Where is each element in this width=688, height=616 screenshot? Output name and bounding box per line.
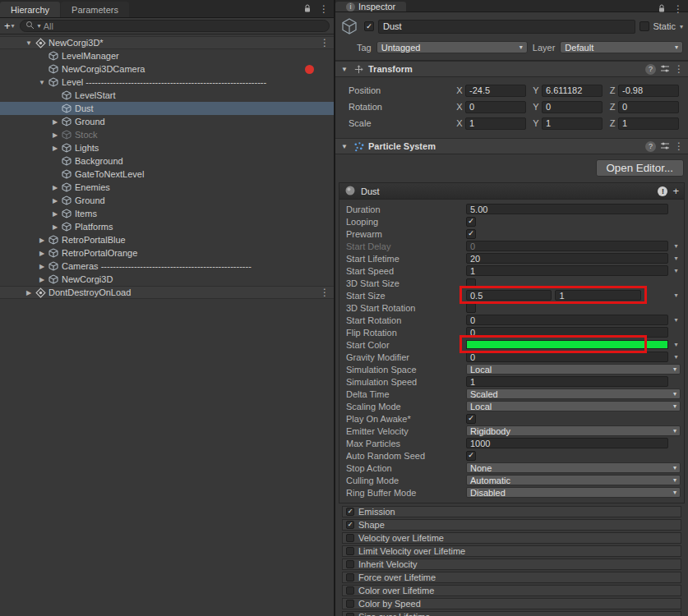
- z-field[interactable]: 1: [618, 117, 679, 130]
- kebab-menu-icon[interactable]: ⋮: [319, 3, 329, 15]
- foldout-closed-icon[interactable]: ▶: [23, 289, 35, 297]
- foldout-closed-icon[interactable]: ▶: [49, 184, 61, 191]
- value-field[interactable]: 0: [466, 327, 668, 338]
- hierarchy-item[interactable]: ▶Stock: [0, 128, 334, 141]
- kebab-menu-icon[interactable]: ⋮: [320, 287, 330, 298]
- curve-dropdown-icon[interactable]: ▾: [672, 341, 681, 348]
- hierarchy-item[interactable]: ▶RetroPortalBlue: [0, 233, 334, 246]
- foldout-closed-icon[interactable]: ▶: [36, 276, 48, 283]
- y-field[interactable]: 0: [542, 101, 603, 113]
- scene-row[interactable]: ▼NewCorgi3D*⋮: [0, 36, 334, 49]
- hierarchy-item[interactable]: NewCorgi3DCamera: [0, 62, 334, 76]
- value-field[interactable]: 1000: [466, 438, 668, 448]
- x-field[interactable]: 0: [465, 101, 526, 113]
- value-field[interactable]: 20: [466, 253, 668, 264]
- hierarchy-item[interactable]: Dust: [0, 102, 334, 115]
- dropdown[interactable]: Local▾: [466, 401, 681, 411]
- help-icon[interactable]: ?: [645, 64, 656, 75]
- hierarchy-item[interactable]: ▶Cameras -------------------------------…: [0, 260, 334, 273]
- hierarchy-item[interactable]: ▶RetroPortalOrange: [0, 246, 334, 260]
- foldout-open-icon[interactable]: ▼: [36, 79, 48, 86]
- value-field[interactable]: 0: [466, 352, 668, 362]
- hierarchy-item[interactable]: LevelManager: [0, 49, 334, 62]
- hierarchy-item[interactable]: LevelStart: [0, 89, 334, 102]
- y-field[interactable]: 6.611182: [542, 85, 603, 97]
- open-editor-button[interactable]: Open Editor...: [596, 159, 685, 177]
- module-checkbox[interactable]: [346, 547, 354, 555]
- z-field[interactable]: -0.98: [618, 85, 679, 97]
- curve-dropdown-icon[interactable]: ▾: [672, 267, 681, 274]
- value-field-max[interactable]: 1: [555, 290, 640, 301]
- kebab-menu-icon[interactable]: ⋮: [674, 63, 684, 75]
- foldout-closed-icon[interactable]: ▶: [49, 210, 61, 218]
- foldout-open-icon[interactable]: ▼: [23, 39, 35, 47]
- hierarchy-item[interactable]: ▶Platforms: [0, 220, 334, 233]
- checkbox[interactable]: ✓: [466, 451, 476, 461]
- module-checkbox[interactable]: [346, 586, 354, 595]
- static-checkbox[interactable]: [640, 21, 649, 31]
- value-field[interactable]: 1: [466, 265, 668, 276]
- checkbox[interactable]: [466, 278, 476, 288]
- static-dropdown-icon[interactable]: ▾: [680, 23, 683, 30]
- tab-hierarchy[interactable]: Hierarchy: [0, 2, 60, 17]
- presets-icon[interactable]: [660, 141, 670, 151]
- curve-dropdown-icon[interactable]: ▾: [672, 242, 681, 250]
- value-field[interactable]: 0: [466, 315, 668, 325]
- lock-icon[interactable]: [303, 4, 312, 15]
- foldout-closed-icon[interactable]: ▶: [49, 118, 61, 126]
- foldout-closed-icon[interactable]: ▶: [49, 223, 61, 231]
- name-field[interactable]: Dust: [378, 20, 635, 34]
- hierarchy-item[interactable]: ▶Items: [0, 207, 334, 220]
- dropdown[interactable]: None▾: [466, 462, 681, 473]
- module-checkbox[interactable]: ✓: [346, 508, 354, 516]
- foldout-closed-icon[interactable]: ▶: [49, 197, 61, 205]
- kebab-menu-icon[interactable]: ⋮: [673, 3, 683, 15]
- active-checkbox[interactable]: ✓: [364, 21, 374, 31]
- dropdown[interactable]: Local▾: [466, 364, 681, 375]
- x-field[interactable]: 1: [465, 117, 526, 130]
- kebab-menu-icon[interactable]: ⋮: [320, 37, 330, 48]
- y-field[interactable]: 1: [542, 117, 603, 130]
- lock-icon[interactable]: [658, 4, 666, 15]
- foldout-closed-icon[interactable]: ▶: [49, 145, 61, 152]
- presets-icon[interactable]: [660, 64, 670, 74]
- hierarchy-item[interactable]: ▶Ground: [0, 194, 334, 207]
- module-toggle-velocity-over-lifetime[interactable]: Velocity over Lifetime: [342, 532, 681, 544]
- module-toggle-limit-velocity-over-lifetime[interactable]: Limit Velocity over Lifetime: [342, 545, 681, 557]
- module-checkbox[interactable]: [346, 560, 354, 568]
- foldout-closed-icon[interactable]: ▶: [36, 263, 48, 270]
- start-color-swatch[interactable]: [466, 340, 668, 349]
- value-field[interactable]: 0: [466, 241, 668, 251]
- foldout-closed-icon[interactable]: ▶: [36, 250, 48, 257]
- module-checkbox[interactable]: [346, 534, 354, 542]
- module-toggle-force-over-lifetime[interactable]: Force over Lifetime: [342, 572, 681, 583]
- curve-dropdown-icon[interactable]: ▾: [672, 255, 681, 262]
- hierarchy-item[interactable]: GateToNextLevel: [0, 168, 334, 181]
- module-checkbox[interactable]: [346, 613, 354, 616]
- checkbox[interactable]: [466, 303, 476, 313]
- hierarchy-item[interactable]: ▼Level ---------------------------------…: [0, 76, 334, 89]
- scene-row[interactable]: ▶DontDestroyOnLoad⋮: [0, 286, 334, 299]
- dropdown[interactable]: Disabled▾: [466, 487, 681, 498]
- foldout-open-icon[interactable]: ▼: [339, 66, 349, 73]
- tab-parameters[interactable]: Parameters: [61, 2, 129, 17]
- checkbox[interactable]: ✓: [466, 414, 476, 424]
- hierarchy-item[interactable]: ▶Enemies: [0, 181, 334, 194]
- module-checkbox[interactable]: [346, 573, 354, 582]
- value-field[interactable]: 1: [466, 376, 668, 387]
- layer-dropdown[interactable]: Default ▾: [560, 41, 683, 53]
- module-toggle-shape[interactable]: ✓Shape: [342, 519, 681, 531]
- kebab-menu-icon[interactable]: ⋮: [674, 140, 684, 152]
- module-toggle-emission[interactable]: ✓Emission: [342, 506, 681, 517]
- dropdown[interactable]: Automatic▾: [466, 475, 681, 485]
- module-checkbox[interactable]: [346, 600, 354, 608]
- hierarchy-item[interactable]: ▶Lights: [0, 141, 334, 154]
- hierarchy-item[interactable]: Background: [0, 154, 334, 168]
- add-icon[interactable]: +: [672, 186, 679, 196]
- foldout-open-icon[interactable]: ▼: [339, 143, 349, 150]
- module-toggle-color-over-lifetime[interactable]: Color over Lifetime: [342, 585, 681, 596]
- foldout-closed-icon[interactable]: ▶: [49, 131, 61, 139]
- module-toggle-color-by-speed[interactable]: Color by Speed: [342, 598, 681, 609]
- hierarchy-search-input[interactable]: ▾ All: [20, 20, 330, 32]
- module-toggle-inherit-velocity[interactable]: Inherit Velocity: [342, 559, 681, 570]
